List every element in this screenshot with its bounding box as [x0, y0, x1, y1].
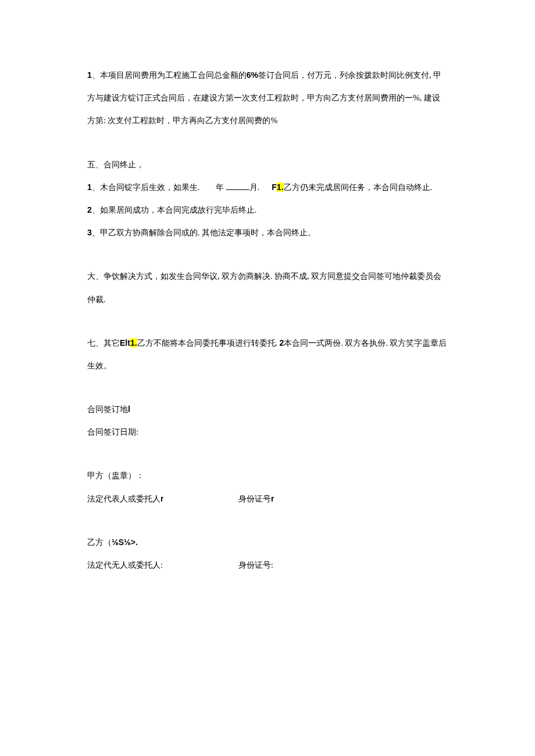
sign-place: 合同签订地l — [87, 398, 448, 421]
r: r — [160, 494, 163, 503]
sep: 、 — [92, 70, 100, 80]
label: 合同签订地 — [87, 405, 128, 414]
clause-4-1: 1、本项目居间费用为工程施工合同总金额的6%签订合同后，付万元，列余按拨款时间比… — [87, 64, 448, 132]
num: 1 — [87, 182, 92, 192]
percent: 6% — [247, 70, 258, 80]
party-a-id-label: 身份证号 — [238, 495, 271, 503]
num: 1 — [87, 70, 92, 80]
spacer — [87, 443, 448, 464]
dot: . — [135, 538, 138, 547]
clause-5-3: 3、甲乙双方协商解除合同或的. 其他法定事项时，本合同终止。 — [87, 221, 448, 244]
text: 如果居间成功，本合同完成故行完毕后终止. — [100, 206, 257, 214]
clause-5-1: 1、木合同锭字后生效，如果生. 年 月. F1.乙方仍未完成居间任务，本合同自动… — [87, 176, 448, 199]
year-label: 年 — [216, 183, 224, 192]
r: r — [271, 494, 274, 503]
sep: 、 — [92, 205, 100, 214]
text: 乙方仍未完成居间任务，本合同自动终止. — [284, 183, 433, 192]
text: 七、其它 — [87, 339, 120, 347]
party-a-rep-label: 法定代表人或委托人 — [87, 495, 160, 503]
section-6: 大、争饮解决方式，如发生合同华议, 双方勿商解决. 协商不成, 双方同意提交合同… — [87, 265, 448, 310]
sep: 、 — [92, 182, 100, 192]
f1-highlight: 1. — [277, 182, 284, 192]
sep: 、 — [92, 228, 100, 237]
elt: Elt — [120, 338, 130, 347]
text: 甲乙双方协商解除合同或的. 其他法定事项时，本合同终止。 — [100, 228, 316, 237]
blank-year — [226, 181, 249, 190]
party-b-id-label: 身份证号: — [238, 561, 273, 569]
garble: ⅛S⅛> — [112, 538, 135, 547]
text: 木合同锭字后生效，如果生. — [100, 183, 200, 192]
num: 3 — [87, 228, 92, 237]
sign-date: 合同签订日期: — [87, 421, 448, 443]
text: 乙方不能将本合同委托事项进行转委托. — [137, 339, 280, 347]
elt-highlight: 1. — [130, 338, 137, 347]
text: 本项目居间费用为工程施工合同总金额的 — [100, 71, 247, 80]
spacer — [87, 132, 448, 153]
section-7: 七、其它Elt1.乙方不能将本合同委托事项进行转委托. 2本合同一式两份. 双方… — [87, 332, 448, 377]
month-label: 月. — [249, 183, 260, 192]
party-b-rep-label: 法定代无人或委托人: — [87, 561, 163, 569]
party-b-rep-row: 法定代无人或委托人: 身份证号: — [87, 554, 448, 576]
clause-5-2: 2、如果居间成功，本合同完成故行完毕后终止. — [87, 199, 448, 221]
suffix: l — [128, 404, 130, 414]
section-5-heading: 五、合同终止， — [87, 153, 448, 176]
party-a-title: 甲方（盅章）： — [87, 464, 448, 487]
party-a-rep-row: 法定代表人或委托人r 身份证号r — [87, 488, 448, 510]
spacer — [87, 377, 448, 398]
spacer — [87, 510, 448, 531]
num: 2 — [87, 205, 92, 214]
text: 乙方（ — [87, 538, 112, 547]
f1: F — [272, 182, 277, 192]
spacer — [87, 311, 448, 332]
document-page: 1、本项目居间费用为工程施工合同总金额的6%签订合同后，付万元，列余按拨款时间比… — [0, 0, 535, 756]
party-b-title: 乙方（⅛S⅛>. — [87, 531, 448, 554]
spacer — [87, 244, 448, 265]
